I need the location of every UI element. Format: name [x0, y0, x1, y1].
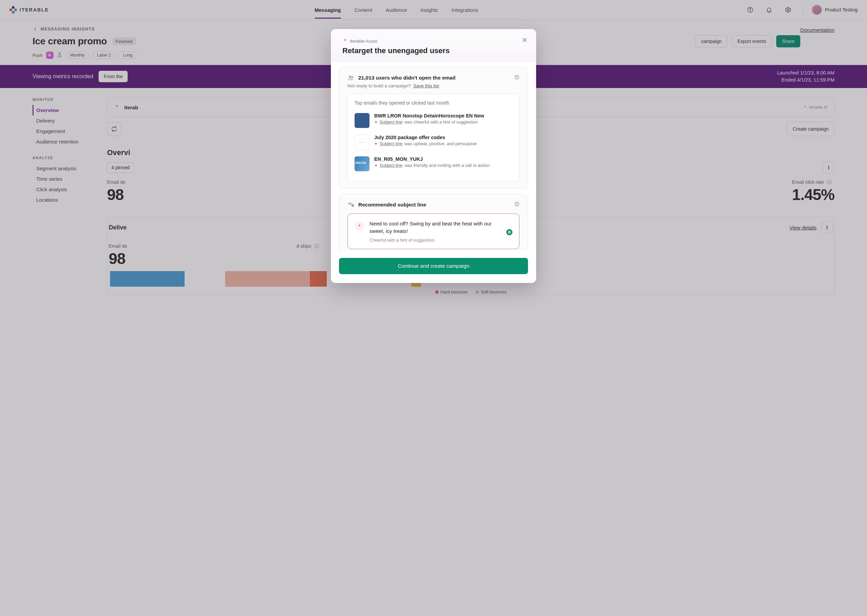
audience-card: 21,013 users who didn't open the email N…: [339, 67, 528, 189]
audience-heading: 21,013 users who didn't open the email: [358, 75, 456, 81]
reco-option-selected[interactable]: Need to cool off? Swing by and beat the …: [348, 214, 519, 249]
sparkle-icon: ✦: [374, 120, 378, 124]
modal-body: 21,013 users who didn't open the email N…: [331, 62, 536, 250]
email-title: July 2020 package offer codes: [374, 135, 477, 140]
top-emails-hint: Top emails they opened or clicked last m…: [355, 100, 512, 105]
svg-point-12: [351, 77, 353, 78]
audience-sub: Not ready to build a campaign? Save this…: [348, 83, 519, 88]
users-icon: [348, 74, 354, 81]
email-thumb: ⋯: [355, 135, 370, 149]
retarget-modal: Iterable Assist Retarget the unengaged u…: [331, 29, 536, 283]
email-title: BWR LROR Nonstop DetainHoroscope EN New: [374, 113, 484, 118]
subject-line-label: Subject line: [380, 119, 402, 124]
sparkle-icon: [342, 38, 348, 44]
reco-heading: Recommended subject line: [358, 202, 426, 208]
modal-title: Retarget the unengaged users: [342, 46, 525, 55]
email-tone: was cheerful with a hint of suggestion: [404, 119, 478, 124]
email-item[interactable]: BWR LROR Nonstop DetainHoroscope EN New …: [355, 110, 512, 131]
save-list-link[interactable]: Save this list: [413, 83, 439, 88]
svg-point-11: [349, 76, 351, 77]
subject-line-label: Subject line: [380, 141, 402, 146]
modal-header: Iterable Assist Retarget the unengaged u…: [331, 29, 536, 62]
text-refresh-icon: [348, 201, 354, 208]
email-item[interactable]: EN_R05_MON_YUKJ ✦ Subject line was frien…: [355, 153, 512, 174]
reco-card-container: Recommended subject line Need to cool of…: [339, 193, 528, 250]
modal-footer: Continue and create campaign: [331, 250, 536, 283]
continue-create-button[interactable]: Continue and create campaign: [339, 258, 528, 274]
email-item[interactable]: ⋯ July 2020 package offer codes ✦ Subjec…: [355, 131, 512, 153]
email-thumb: [355, 156, 370, 171]
help-icon[interactable]: [514, 74, 519, 81]
svg-point-16: [517, 205, 517, 206]
modal-eyebrow: Iterable Assist: [342, 38, 525, 44]
email-tone: was friendly and inviting with a call to…: [404, 163, 489, 168]
radio-selected-icon[interactable]: [506, 229, 512, 235]
email-tone: was upbeat, positive, and persuasive: [404, 141, 477, 146]
reco-tone: Cheerful with a hint of suggestion: [370, 237, 501, 243]
sparkle-icon: ✦: [374, 141, 378, 146]
reco-text: Need to cool off? Swing by and beat the …: [370, 220, 501, 235]
close-icon[interactable]: [520, 35, 529, 45]
modal-scrim[interactable]: Iterable Assist Retarget the unengaged u…: [0, 0, 867, 295]
email-title: EN_R05_MON_YUKJ: [374, 156, 490, 162]
top-emails-card: Top emails they opened or clicked last m…: [348, 94, 519, 181]
email-thumb: [355, 113, 370, 128]
subject-line-label: Subject line: [380, 163, 402, 168]
sparkle-icon: ✦: [374, 163, 378, 168]
svg-point-14: [517, 78, 517, 79]
sparkle-icon: [355, 222, 364, 231]
help-icon[interactable]: [514, 201, 519, 208]
